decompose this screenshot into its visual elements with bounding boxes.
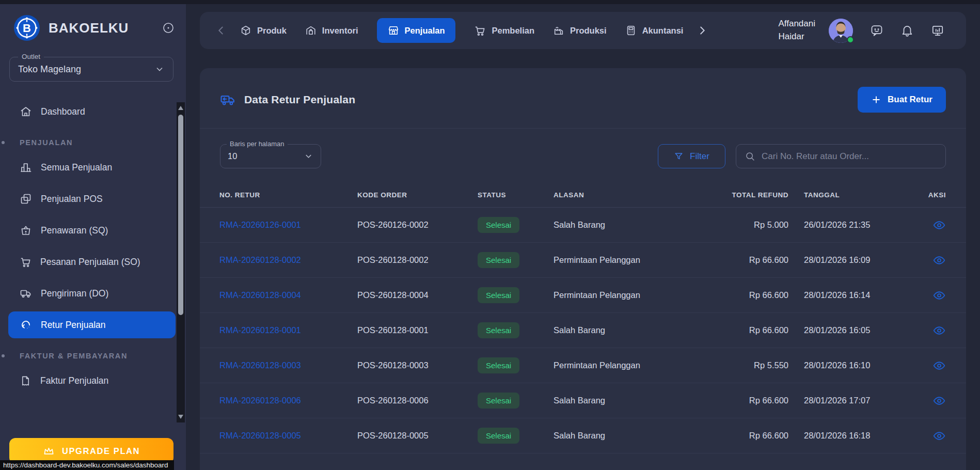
chevron-right-icon[interactable] xyxy=(697,25,708,36)
sidebar-item-retur-penjualan[interactable]: Retur Penjualan xyxy=(8,311,176,338)
cell-tanggal: 28/01/2026 16:09 xyxy=(788,255,899,265)
create-retur-button[interactable]: Buat Retur xyxy=(858,87,946,113)
retur-number-link[interactable]: RMA-20260128-0005 xyxy=(219,431,357,441)
cell-tanggal: 28/01/2026 16:05 xyxy=(788,325,899,335)
retur-number-link[interactable]: RMA-20260128-0003 xyxy=(219,361,357,370)
scrollbar-thumb[interactable] xyxy=(178,115,183,315)
rows-per-page-select[interactable]: Baris per halaman 10 xyxy=(220,144,321,168)
view-detail-button[interactable] xyxy=(932,394,946,408)
monitor-stats-icon[interactable] xyxy=(931,24,944,37)
table-body: RMA-20260126-0001POS-260126-0002SelesaiS… xyxy=(200,208,966,453)
cell-status: Selesai xyxy=(478,252,554,268)
scroll-down-arrow-icon[interactable] xyxy=(178,415,183,419)
tab-akuntansi[interactable]: Akuntansi xyxy=(625,18,684,43)
cell-status: Selesai xyxy=(478,322,554,338)
cell-tanggal: 28/01/2026 16:14 xyxy=(788,290,899,300)
retur-number-link[interactable]: RMA-20260128-0001 xyxy=(219,325,357,335)
view-detail-button[interactable] xyxy=(932,254,946,267)
page-title: Data Retur Penjualan xyxy=(244,93,355,106)
search-icon xyxy=(745,151,755,162)
tab-produk[interactable]: Produk xyxy=(240,18,287,43)
outlet-select[interactable]: Outlet Toko Magelang xyxy=(9,57,173,82)
eye-icon xyxy=(932,359,946,372)
table-row: RMA-20260128-0005POS-260128-0005SelesaiS… xyxy=(200,418,966,453)
tab-label: Pembelian xyxy=(492,26,534,36)
scroll-up-arrow-icon[interactable] xyxy=(178,106,183,110)
chevron-down-icon xyxy=(154,64,165,74)
user-name[interactable]: Affandani Haidar xyxy=(778,18,815,43)
sidebar-item-pengiriman-do[interactable]: Pengiriman (DO) xyxy=(8,280,176,307)
sidebar-item-label: Semua Penjualan xyxy=(41,162,112,173)
window-top-edge xyxy=(0,0,980,4)
sidebar-item-label: Penawaran (SQ) xyxy=(41,225,108,236)
search-input[interactable] xyxy=(762,151,937,162)
cell-tanggal: 26/01/2026 21:35 xyxy=(788,220,899,230)
store-icon xyxy=(388,25,399,36)
return-truck-icon xyxy=(220,92,235,107)
tab-inventori[interactable]: Inventori xyxy=(305,18,358,43)
filter-label: Filter xyxy=(690,151,709,162)
chevron-down-icon xyxy=(304,151,313,161)
section-label: FAKTUR & PEMBAYARAN xyxy=(20,352,128,360)
home-icon xyxy=(20,105,32,118)
cell-kode-order: POS-260128-0001 xyxy=(357,325,478,335)
cell-kode-order: POS-260128-0004 xyxy=(357,290,478,300)
cell-status: Selesai xyxy=(478,357,554,373)
tab-penjualan[interactable]: Penjualan xyxy=(377,18,456,43)
view-detail-button[interactable] xyxy=(932,429,946,443)
pos-copy-icon xyxy=(20,193,32,205)
sidebar-section-header: FAKTUR & PEMBAYARAN xyxy=(11,352,176,360)
cell-alasan: Salah Barang xyxy=(554,431,690,441)
view-detail-button[interactable] xyxy=(932,324,946,337)
return-arrow-icon xyxy=(20,319,32,331)
plus-icon xyxy=(871,95,881,105)
sidebar-menu: DashboardPENJUALANSemua PenjualanPenjual… xyxy=(0,98,186,394)
column-header-total-refund: TOTAL REFUND xyxy=(690,191,788,199)
sidebar-item-label: Pengiriman (DO) xyxy=(41,288,108,299)
cell-alasan: Salah Barang xyxy=(554,325,690,335)
retur-number-link[interactable]: RMA-20260128-0004 xyxy=(219,290,357,300)
table-row: RMA-20260128-0001POS-260128-0001SelesaiS… xyxy=(200,313,966,348)
retur-number-link[interactable]: RMA-20260128-0006 xyxy=(219,396,357,405)
user-avatar[interactable] xyxy=(829,19,853,43)
cell-aksi xyxy=(899,254,946,267)
cell-tanggal: 28/01/2026 16:10 xyxy=(788,361,899,370)
view-detail-button[interactable] xyxy=(932,359,946,372)
truck-icon xyxy=(20,287,32,300)
tab-pembelian[interactable]: Pembelian xyxy=(474,18,534,43)
cart-icon xyxy=(20,256,31,268)
bell-icon[interactable] xyxy=(900,24,914,37)
section-label: PENJUALAN xyxy=(20,138,73,147)
bakoelku-coin-logo: B xyxy=(13,14,40,41)
retur-number-link[interactable]: RMA-20260128-0002 xyxy=(219,255,357,265)
sidebar-item-faktur-penjualan[interactable]: Faktur Penjualan xyxy=(8,367,176,394)
main-area: ProdukInventoriPenjualanPembelianProduks… xyxy=(186,0,980,470)
sidebar-item-semua-penjualan[interactable]: Semua Penjualan xyxy=(8,154,176,181)
cell-aksi xyxy=(899,324,946,337)
table-row: RMA-20260128-0006POS-260128-0006SelesaiS… xyxy=(200,383,966,418)
calculator-icon xyxy=(625,25,637,36)
cell-alasan: Permintaan Pelanggan xyxy=(554,255,690,265)
status-badge: Selesai xyxy=(478,428,519,444)
filter-button[interactable]: Filter xyxy=(658,144,725,168)
view-detail-button[interactable] xyxy=(932,218,946,232)
sidebar-item-pesanan-penjualan-so[interactable]: Pesanan Penjualan (SO) xyxy=(8,248,176,275)
table-header-row: NO. RETURKODE ORDERSTATUSALASANTOTAL REF… xyxy=(200,183,966,208)
sidebar-scrollbar[interactable] xyxy=(177,102,185,422)
retur-number-link[interactable]: RMA-20260126-0001 xyxy=(219,220,357,230)
column-header-kode-order: KODE ORDER xyxy=(357,191,478,199)
view-detail-button[interactable] xyxy=(932,289,946,302)
sidebar-item-penawaran-sq[interactable]: Penawaran (SQ) xyxy=(8,217,176,244)
tab-label: Produksi xyxy=(570,26,607,36)
collapse-target-icon[interactable] xyxy=(162,22,175,34)
column-header-alasan: ALASAN xyxy=(554,191,690,199)
tab-produksi[interactable]: Produksi xyxy=(553,18,607,43)
sidebar-item-dashboard[interactable]: Dashboard xyxy=(8,98,176,125)
sidebar-item-penjualan-pos[interactable]: Penjualan POS xyxy=(8,185,176,212)
cart-icon xyxy=(474,25,486,37)
section-bullet-icon xyxy=(2,354,5,357)
chat-smiley-icon[interactable] xyxy=(870,24,883,37)
topbar: ProdukInventoriPenjualanPembelianProduks… xyxy=(200,12,966,49)
chevron-left-icon[interactable] xyxy=(215,25,227,36)
outlet-value: Toko Magelang xyxy=(18,64,81,75)
